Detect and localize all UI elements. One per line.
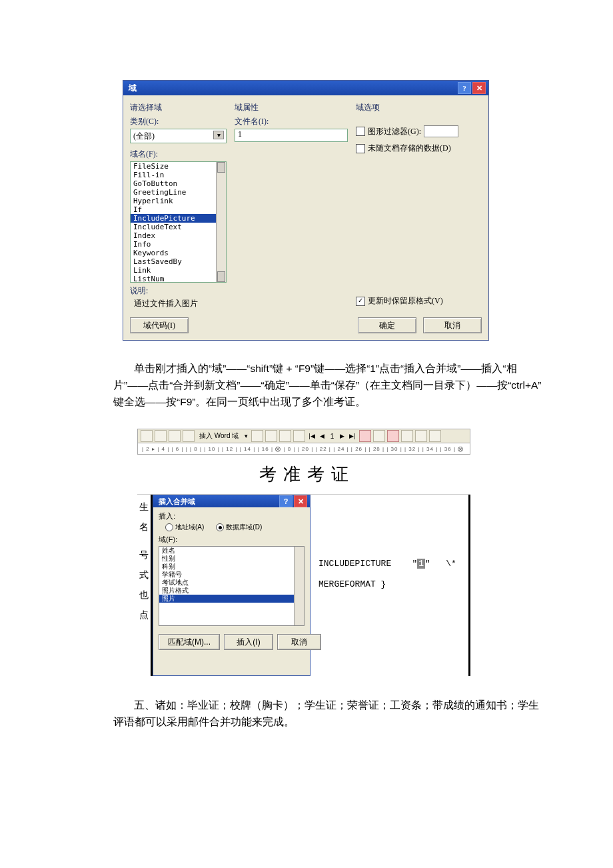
filter-input[interactable] — [424, 125, 458, 137]
toolbar-icon[interactable] — [169, 430, 181, 442]
list-item[interactable]: 性别 — [159, 555, 304, 563]
toolbar-icon[interactable] — [265, 430, 277, 442]
prev-record-icon[interactable]: ◀ — [318, 433, 326, 439]
address-field-radio[interactable]: 地址域(A) — [165, 523, 204, 532]
help-button[interactable]: ? — [279, 495, 293, 507]
filename-label: 文件名(I): — [235, 116, 348, 127]
select-field-label: 请选择域 — [130, 102, 227, 113]
nostore-label: 未随文档存储的数据(D) — [368, 143, 451, 154]
help-button[interactable]: ? — [458, 82, 471, 94]
dialog2-titlebar: 插入合并域 ? ✕ — [153, 495, 310, 507]
attributes-label: 域属性 — [235, 102, 348, 113]
category-label: 类别(C): — [130, 116, 227, 127]
description-label: 说明: — [130, 285, 227, 297]
side-label-char: 式 — [139, 569, 149, 581]
list-item[interactable]: FileSize — [131, 162, 226, 171]
side-label-char: 也 — [139, 589, 149, 601]
listbox-scrollbar[interactable] — [216, 162, 226, 282]
record-number: 1 — [328, 433, 337, 440]
keepformat-label: 更新时保留原格式(V) — [368, 295, 443, 307]
toolbar-icon[interactable] — [141, 430, 153, 442]
list-item[interactable]: Keywords — [131, 249, 226, 257]
list-item[interactable]: Fill-in — [131, 171, 226, 179]
insert-word-field-label[interactable]: 插入 Word 域 — [197, 431, 241, 441]
toolbar-icon[interactable] — [279, 430, 291, 442]
next-record-icon[interactable]: ▶ — [338, 433, 346, 439]
field-code-button[interactable]: 域代码(I) — [130, 317, 189, 333]
toolbar-icon[interactable] — [401, 430, 413, 442]
filename-input[interactable]: 1 — [235, 129, 348, 142]
side-label-char: 号 — [139, 549, 149, 561]
toolbar-icon[interactable] — [359, 430, 371, 442]
list-item[interactable]: LastSavedBy — [131, 257, 226, 266]
side-label-char: 名 — [139, 521, 149, 533]
list-item[interactable]: IncludePicture — [131, 214, 226, 223]
nostore-checkbox[interactable] — [356, 144, 365, 153]
dialog-title: 域 — [126, 83, 456, 94]
merge-field-listbox[interactable]: 姓名性别科别学籍号考试地点照片格式照片 — [159, 546, 305, 626]
toolbar-icon[interactable] — [293, 430, 305, 442]
toolbar-icon[interactable] — [183, 430, 195, 442]
list-item[interactable]: 照片 — [159, 595, 304, 603]
document-body: INCLUDEPICTURE "1" \* MERGEFORMAT } — [310, 495, 470, 676]
field-code-line: MERGEFORMAT } — [318, 579, 460, 589]
keepformat-checkbox-row: ✓ 更新时保留原格式(V) — [356, 295, 482, 307]
close-button[interactable]: ✕ — [294, 495, 307, 507]
cancel-button[interactable]: 取消 — [423, 317, 482, 333]
fieldname-label: 域名(F): — [130, 149, 227, 160]
listbox-scrollbar[interactable] — [294, 547, 304, 625]
list-item[interactable]: 姓名 — [159, 547, 304, 555]
match-fields-button[interactable]: 匹配域(M)... — [159, 634, 220, 650]
field-dialog: 域 ? ✕ 请选择域 类别(C): (全部) 域名(F): FileSizeFi… — [123, 80, 489, 341]
dialog2-title: 插入合并域 — [156, 497, 278, 507]
list-item[interactable]: Hyperlink — [131, 197, 226, 205]
toolbar-icon[interactable] — [429, 430, 441, 442]
filter-checkbox-row: 图形过滤器(G): — [356, 125, 482, 137]
toolbar-icon[interactable] — [387, 430, 399, 442]
options-label: 域选项 — [356, 102, 482, 113]
fields-label: 域(F): — [159, 535, 305, 545]
ok-button[interactable]: 确定 — [358, 317, 416, 333]
mailmerge-toolbar: 插入 Word 域 ▾ |◀ ◀ 1 ▶ ▶| — [137, 429, 470, 443]
filename-value: 1 — [238, 129, 242, 139]
category-dropdown[interactable]: (全部) — [130, 129, 227, 143]
dropdown-icon[interactable]: ▾ — [243, 433, 249, 439]
list-item[interactable]: IncludeText — [131, 223, 226, 231]
list-item[interactable]: GoToButton — [131, 179, 226, 188]
toolbar-icon[interactable] — [155, 430, 167, 442]
list-item[interactable]: Link — [131, 266, 226, 275]
paragraph-1: 单击刚才插入的“域”——“shift”键 + “F9”键——选择“1”点击“插入… — [113, 361, 546, 410]
filter-checkbox[interactable] — [356, 127, 365, 136]
insert-merge-field-dialog: 插入合并域 ? ✕ 插入: 地址域(A) 数据库域(D) 域(F): 姓名性别科… — [153, 495, 310, 676]
last-record-icon[interactable]: ▶| — [348, 433, 356, 439]
keepformat-checkbox[interactable]: ✓ — [356, 297, 365, 306]
description-text: 通过文件插入图片 — [130, 298, 227, 309]
database-field-radio[interactable]: 数据库域(D) — [216, 523, 262, 532]
list-item[interactable]: 科别 — [159, 563, 304, 571]
toolbar-icon[interactable] — [373, 430, 385, 442]
word-screenshot: 插入 Word 域 ▾ |◀ ◀ 1 ▶ ▶| | 2 ▸ | 4 | | 6 … — [137, 429, 470, 676]
list-item[interactable]: 照片格式 — [159, 587, 304, 595]
list-item[interactable]: ListNum — [131, 275, 226, 283]
insert-button[interactable]: 插入(I) — [224, 634, 273, 650]
first-record-icon[interactable]: |◀ — [307, 433, 316, 439]
list-item[interactable]: 考试地点 — [159, 579, 304, 587]
fieldname-listbox[interactable]: FileSizeFill-inGoToButtonGreetingLineHyp… — [130, 161, 227, 283]
list-item[interactable]: If — [131, 205, 226, 214]
list-item[interactable]: GreetingLine — [131, 188, 226, 197]
list-item[interactable]: Info — [131, 240, 226, 249]
side-label-char: 生 — [139, 501, 149, 513]
document-heading: 考准考证 — [137, 455, 470, 494]
close-button[interactable]: ✕ — [472, 82, 486, 94]
toolbar-icon[interactable] — [415, 430, 427, 442]
insert-label: 插入: — [159, 511, 305, 521]
toolbar-icon[interactable] — [251, 430, 263, 442]
field-code-line: INCLUDEPICTURE "1" \* — [318, 559, 460, 569]
ruler: | 2 ▸ | 4 | | 6 | | | 8 | | 10 | | 12 | … — [137, 443, 470, 455]
paragraph-2: 五、诸如：毕业证；校牌（胸卡）；学生证；荣誉证；工资条；带成绩的通知书；学生评语… — [113, 697, 546, 731]
side-label-char: 点 — [139, 609, 149, 621]
list-item[interactable]: Index — [131, 231, 226, 240]
list-item[interactable]: 学籍号 — [159, 571, 304, 579]
side-labels: 生名号式也点 — [137, 495, 153, 676]
dialog-titlebar: 域 ? ✕ — [123, 81, 488, 95]
